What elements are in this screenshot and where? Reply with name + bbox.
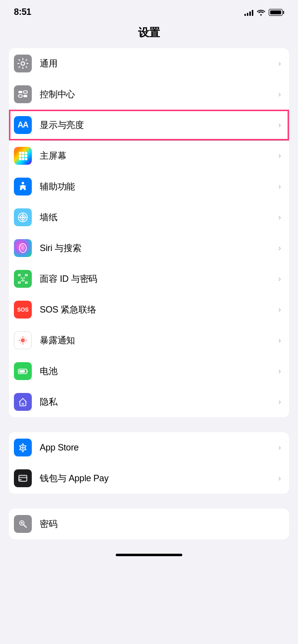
privacy-icon <box>14 393 32 411</box>
sos-icon: SOS <box>14 301 32 319</box>
page-title: 设置 <box>138 26 159 39</box>
home-indicator <box>116 554 182 556</box>
svg-rect-23 <box>25 274 27 276</box>
battery-chevron: › <box>278 366 281 376</box>
settings-group-3[interactable]: 密码 <box>9 509 289 539</box>
home-screen-icon <box>14 147 32 165</box>
svg-rect-5 <box>19 152 21 154</box>
appstore-label: App Store <box>40 443 274 453</box>
svg-rect-7 <box>25 152 27 154</box>
svg-point-35 <box>25 337 26 338</box>
wallpaper-icon <box>14 208 32 226</box>
battery-icon <box>14 362 32 380</box>
general-icon <box>14 55 32 72</box>
svg-point-30 <box>22 336 24 338</box>
display-label: 显示与亮度 <box>40 119 274 131</box>
svg-point-29 <box>21 338 25 342</box>
settings-group-1: 通用 › 控制中心 › AA 显示与亮度 › <box>9 48 289 417</box>
exposure-chevron: › <box>278 335 281 345</box>
svg-rect-24 <box>18 282 20 283</box>
svg-rect-12 <box>22 158 24 160</box>
siri-chevron: › <box>278 243 281 253</box>
siri-icon <box>14 239 32 257</box>
display-icon: AA <box>14 116 32 134</box>
battery-label: 电池 <box>40 365 274 377</box>
svg-rect-9 <box>22 155 24 157</box>
faceid-icon <box>14 270 32 288</box>
exposure-label: 暴露通知 <box>40 334 274 346</box>
privacy-chevron: › <box>278 397 281 407</box>
faceid-label: 面容 ID 与密码 <box>40 273 274 285</box>
settings-row-control-center[interactable]: 控制中心 › <box>9 79 289 110</box>
home-screen-label: 主屏幕 <box>40 150 274 162</box>
settings-row-exposure[interactable]: 暴露通知 › <box>9 325 289 356</box>
svg-rect-6 <box>22 152 24 154</box>
svg-rect-44 <box>19 477 27 478</box>
svg-rect-11 <box>19 158 21 160</box>
exposure-icon <box>14 331 32 349</box>
siri-label: Siri 与搜索 <box>40 242 274 254</box>
settings-row-display[interactable]: AA 显示与亮度 › <box>9 110 289 140</box>
svg-point-31 <box>22 343 24 345</box>
status-bar: 8:51 <box>0 0 298 21</box>
settings-row-privacy[interactable]: 隐私 › <box>9 386 289 417</box>
display-chevron: › <box>278 120 281 130</box>
privacy-label: 隐私 <box>40 396 274 408</box>
status-time: 8:51 <box>14 7 31 17</box>
sos-chevron: › <box>278 305 281 315</box>
passwords-icon <box>14 515 32 533</box>
settings-row-wallet[interactable]: 钱包与 Apple Pay › <box>9 463 289 494</box>
settings-row-accessibility[interactable]: 辅助功能 › <box>9 171 289 202</box>
svg-rect-3 <box>23 91 27 93</box>
sos-label: SOS 紧急联络 <box>40 304 274 316</box>
appstore-chevron: › <box>278 443 281 452</box>
svg-point-37 <box>25 342 26 343</box>
svg-point-21 <box>21 245 25 251</box>
settings-row-sos[interactable]: SOS SOS 紧急联络 › <box>9 294 289 325</box>
settings-row-home-screen[interactable]: 主屏幕 › <box>9 140 289 171</box>
home-screen-chevron: › <box>278 151 281 161</box>
svg-rect-22 <box>18 274 20 276</box>
wallpaper-chevron: › <box>278 212 281 222</box>
svg-rect-40 <box>22 403 24 405</box>
accessibility-chevron: › <box>278 182 281 192</box>
faceid-chevron: › <box>278 274 281 284</box>
svg-rect-13 <box>25 158 27 160</box>
settings-group-2: App Store › 钱包与 Apple Pay › <box>9 432 289 494</box>
battery-status-icon <box>269 9 285 16</box>
svg-rect-2 <box>18 95 22 97</box>
svg-rect-25 <box>25 282 27 283</box>
page-title-bar: 设置 <box>0 21 298 48</box>
svg-point-0 <box>21 62 25 65</box>
accessibility-icon <box>14 178 32 195</box>
svg-point-36 <box>20 342 21 343</box>
settings-row-wallpaper[interactable]: 墙纸 › <box>9 202 289 233</box>
wallet-label: 钱包与 Apple Pay <box>40 472 274 484</box>
accessibility-label: 辅助功能 <box>40 181 274 193</box>
general-chevron: › <box>278 59 281 68</box>
passwords-label: 密码 <box>40 518 281 530</box>
wallpaper-label: 墙纸 <box>40 211 274 223</box>
svg-rect-39 <box>19 370 25 373</box>
wallet-icon <box>14 469 32 487</box>
control-center-chevron: › <box>278 89 281 99</box>
svg-rect-8 <box>19 155 21 157</box>
settings-row-appstore[interactable]: App Store › <box>9 432 289 463</box>
svg-point-34 <box>20 337 21 338</box>
svg-point-32 <box>19 340 20 341</box>
appstore-icon <box>14 439 32 456</box>
svg-rect-10 <box>25 155 27 157</box>
settings-row-siri[interactable]: Siri 与搜索 › <box>9 233 289 263</box>
settings-row-battery[interactable]: 电池 › <box>9 356 289 386</box>
wifi-icon <box>257 9 265 15</box>
settings-row-faceid[interactable]: 面容 ID 与密码 › <box>9 263 289 294</box>
settings-row-general[interactable]: 通用 › <box>9 48 289 79</box>
svg-point-33 <box>26 340 27 341</box>
svg-rect-1 <box>18 91 22 93</box>
general-label: 通用 <box>40 58 274 69</box>
signal-icon <box>244 9 253 16</box>
svg-point-14 <box>22 182 24 185</box>
status-icons <box>244 9 285 16</box>
control-center-label: 控制中心 <box>40 88 274 100</box>
svg-rect-4 <box>23 95 27 97</box>
